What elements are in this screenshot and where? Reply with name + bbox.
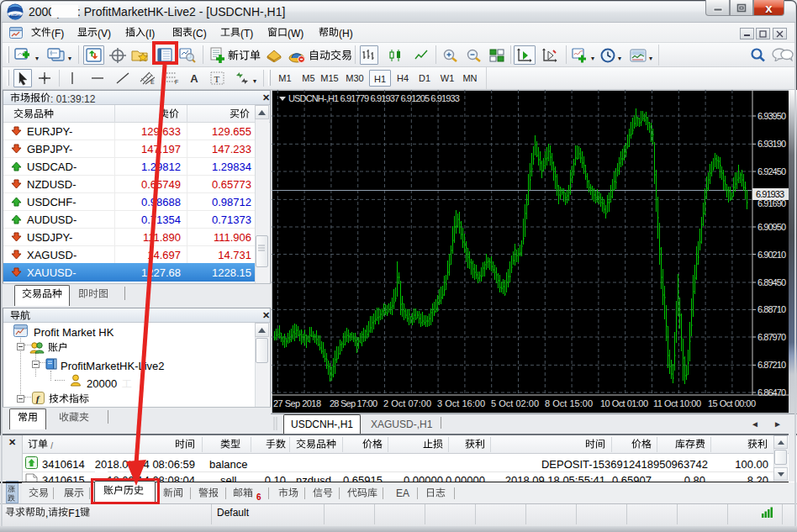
svg-text:6.88710: 6.88710: [757, 304, 786, 314]
svg-text:5 Oct 02:00: 5 Oct 02:00: [491, 398, 539, 408]
svg-text:27 Sep 2018: 27 Sep 2018: [273, 398, 321, 408]
svg-text:6.90950: 6.90950: [757, 222, 786, 232]
svg-text:3 Oct 16:00: 3 Oct 16:00: [437, 398, 485, 408]
svg-text:2 Oct 07:00: 2 Oct 07:00: [383, 398, 431, 408]
svg-text:T: T: [214, 74, 219, 84]
svg-text:6.87970: 6.87970: [757, 332, 786, 342]
svg-text:6.93950: 6.93950: [757, 111, 786, 121]
svg-text:USDCNH-,H1 6.91779 6.91937 6.: USDCNH-,H1 6.91779 6.91937 6.91205 6.919…: [288, 93, 460, 103]
svg-text:6.92450: 6.92450: [757, 166, 786, 176]
svg-text:6.87210: 6.87210: [757, 360, 786, 370]
svg-text:6.90210: 6.90210: [757, 250, 786, 260]
svg-text:E: E: [150, 79, 155, 85]
svg-text:28 Sep 17:00: 28 Sep 17:00: [330, 398, 377, 408]
svg-text:6.91690: 6.91690: [757, 198, 786, 208]
svg-text:11 Oct 10:00: 11 Oct 10:00: [653, 398, 701, 408]
svg-text:PROFIT: PROFIT: [8, 13, 22, 17]
svg-text:6.93190: 6.93190: [757, 139, 786, 149]
svg-text:6.89450: 6.89450: [757, 277, 786, 287]
svg-text:15 Oct 00:00: 15 Oct 00:00: [708, 398, 756, 408]
svg-text:6.86470: 6.86470: [757, 387, 786, 398]
svg-text:10 Oct 01:00: 10 Oct 01:00: [600, 398, 648, 408]
svg-text:F: F: [175, 79, 178, 85]
svg-text:8 Oct 15:00: 8 Oct 15:00: [545, 398, 593, 408]
